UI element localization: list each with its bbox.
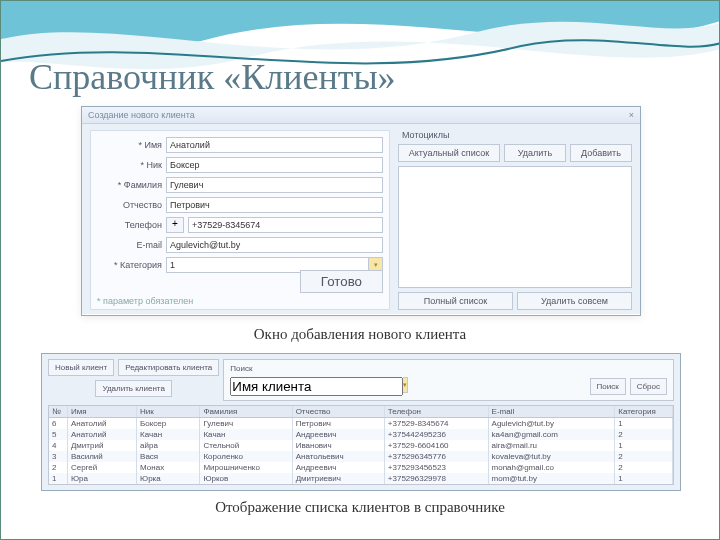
reset-button[interactable]: Сброс: [630, 378, 667, 395]
table-row[interactable]: 2СергейМонахМирошниченкоАндреевич+375293…: [49, 462, 673, 473]
col-n[interactable]: №: [49, 406, 67, 418]
col-tel[interactable]: Телефон: [384, 406, 488, 418]
client-form: * Имя * Ник * Фамилия Отчество Телефон +: [90, 130, 390, 310]
label-name: * Имя: [97, 140, 162, 150]
dialog-title-text: Создание нового клиента: [88, 110, 195, 120]
moto-remove-button[interactable]: Удалить совсем: [517, 292, 632, 310]
col-name[interactable]: Имя: [67, 406, 136, 418]
add-phone-button[interactable]: +: [166, 217, 184, 233]
table-row[interactable]: 3ВасилийВасяКороленкоАнатольевич+3752963…: [49, 451, 673, 462]
label-surname: * Фамилия: [97, 180, 162, 190]
input-nick[interactable]: [166, 157, 383, 173]
slide-title: Справочник «Клиенты»: [1, 1, 719, 98]
col-ot[interactable]: Отчество: [292, 406, 384, 418]
search-button[interactable]: Поиск: [590, 378, 626, 395]
search-label: Поиск: [230, 364, 667, 373]
moto-add-button[interactable]: Добавить: [570, 144, 632, 162]
search-field-combo[interactable]: [230, 377, 403, 396]
chevron-down-icon[interactable]: ▾: [403, 377, 408, 393]
col-fam[interactable]: Фамилия: [200, 406, 292, 418]
input-name[interactable]: [166, 137, 383, 153]
input-email[interactable]: [166, 237, 383, 253]
close-icon[interactable]: ×: [629, 110, 634, 120]
table-row[interactable]: 6АнатолийБоксерГулевичПетрович+37529-834…: [49, 418, 673, 430]
input-phone[interactable]: [188, 217, 383, 233]
dialog-titlebar: Создание нового клиента ×: [82, 107, 640, 124]
table-row[interactable]: 1ЮраЮркаЮрковДмитриевич+375296329978mom@…: [49, 473, 673, 484]
caption-dialog: Окно добавления нового клиента: [1, 326, 719, 343]
label-patronym: Отчество: [97, 200, 162, 210]
label-email: E-mail: [97, 240, 162, 250]
col-email[interactable]: E-mail: [488, 406, 615, 418]
moto-actual-button[interactable]: Актуальный список: [398, 144, 500, 162]
label-nick: * Ник: [97, 160, 162, 170]
moto-full-button[interactable]: Полный список: [398, 292, 513, 310]
delete-client-button[interactable]: Удалить клиента: [95, 380, 171, 397]
new-client-dialog: Создание нового клиента × * Имя * Ник * …: [81, 106, 641, 316]
moto-header: Мотоциклы: [398, 130, 632, 140]
required-footnote: * параметр обязателен: [97, 296, 193, 306]
client-list-window: Новый клиент Редактировать клиента Удали…: [41, 353, 681, 491]
label-category: * Категория: [97, 260, 162, 270]
col-cat[interactable]: Категория: [615, 406, 673, 418]
col-nick[interactable]: Ник: [137, 406, 200, 418]
table-row[interactable]: 4ДмитрийайраСтельнойИванович+37529-66041…: [49, 440, 673, 451]
label-phone: Телефон: [97, 220, 162, 230]
moto-delete-button[interactable]: Удалить: [504, 144, 566, 162]
client-table: № Имя Ник Фамилия Отчество Телефон E-mai…: [48, 405, 674, 485]
table-row[interactable]: 5АнатолийКачанКачанАндреевич+37544249523…: [49, 429, 673, 440]
moto-list[interactable]: [398, 166, 632, 288]
input-patronym[interactable]: [166, 197, 383, 213]
done-button[interactable]: Готово: [300, 270, 383, 293]
caption-list: Отображение списка клиентов в справочник…: [1, 499, 719, 516]
edit-client-button[interactable]: Редактировать клиента: [118, 359, 219, 376]
motorcycles-panel: Мотоциклы Актуальный список Удалить Доба…: [398, 130, 632, 310]
new-client-button[interactable]: Новый клиент: [48, 359, 114, 376]
search-panel: Поиск ▾ Поиск Сброс: [223, 359, 674, 401]
input-surname[interactable]: [166, 177, 383, 193]
